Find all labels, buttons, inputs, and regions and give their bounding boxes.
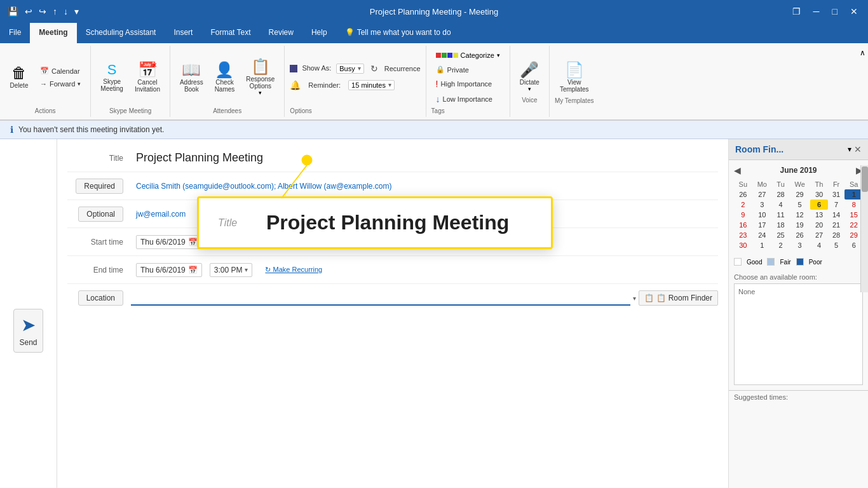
- save-icon[interactable]: 💾: [5, 5, 21, 18]
- calendar-day[interactable]: 18: [772, 220, 789, 230]
- dictate-button[interactable]: 🎤 Dictate ▾: [515, 59, 544, 95]
- calendar-day[interactable]: 4: [772, 200, 789, 210]
- start-date-input[interactable]: Thu 6/6/2019 📅: [136, 235, 202, 249]
- calendar-day[interactable]: 2: [772, 240, 789, 250]
- room-finder-expand[interactable]: ▾: [848, 145, 851, 154]
- room-panel-scrollbar[interactable]: [860, 165, 868, 292]
- required-button[interactable]: Required: [76, 179, 123, 194]
- calendar-day[interactable]: 27: [810, 230, 828, 240]
- low-importance-button[interactable]: ↓ Low Importance: [431, 92, 505, 106]
- room-none-item[interactable]: None: [737, 287, 860, 297]
- location-dropdown-arrow[interactable]: ▾: [630, 292, 639, 304]
- private-button[interactable]: 🔒 Private: [431, 64, 505, 76]
- end-date-input[interactable]: Thu 6/6/2019 📅: [136, 263, 202, 277]
- location-button[interactable]: Location: [78, 290, 123, 306]
- delete-button[interactable]: 🗑 Delete: [5, 62, 33, 92]
- calendar-day[interactable]: 6: [810, 200, 828, 210]
- calendar-day[interactable]: 10: [752, 210, 773, 220]
- calendar-day[interactable]: 13: [810, 210, 828, 220]
- forward-icon: →: [40, 80, 47, 88]
- tab-file[interactable]: File: [0, 23, 30, 43]
- calendar-day[interactable]: 2: [734, 200, 752, 210]
- attendees-items: 📖 AddressBook 👤 CheckNames 📋 ResponseOpt…: [175, 48, 279, 106]
- title-input[interactable]: [131, 149, 718, 167]
- skype-meeting-button[interactable]: S SkypeMeeting: [96, 60, 128, 95]
- calendar-day[interactable]: 3: [752, 200, 773, 210]
- tab-review[interactable]: Review: [260, 23, 302, 43]
- calendar-day[interactable]: 23: [734, 230, 752, 240]
- calendar-day[interactable]: 29: [789, 189, 810, 200]
- tab-insert[interactable]: Insert: [165, 23, 201, 43]
- calendar-day[interactable]: 14: [828, 210, 845, 220]
- tab-tell-me[interactable]: 💡Tell me what you want to do: [336, 23, 460, 43]
- location-input[interactable]: [131, 290, 630, 306]
- restore-button[interactable]: ❐: [787, 4, 806, 19]
- calendar-day[interactable]: 19: [789, 220, 810, 230]
- room-finder-button[interactable]: 📋 📋 Room Finder: [639, 290, 718, 306]
- calendar-day[interactable]: 17: [752, 220, 773, 230]
- calendar-day[interactable]: 26: [789, 230, 810, 240]
- move-up-icon[interactable]: ↑: [50, 5, 60, 18]
- tab-format-text[interactable]: Format Text: [201, 23, 259, 43]
- optional-attendees[interactable]: jw@email.com: [136, 210, 186, 219]
- calendar-day[interactable]: 4: [810, 240, 828, 250]
- redo-icon[interactable]: ↪: [36, 5, 49, 18]
- high-importance-button[interactable]: ! High Importance: [431, 77, 505, 91]
- ribbon-collapse-button[interactable]: ∧: [857, 46, 868, 60]
- calendar-day[interactable]: 9: [734, 210, 752, 220]
- categorize-button[interactable]: Categorize ▾: [431, 48, 505, 62]
- show-as-dropdown[interactable]: Busy ▾: [336, 64, 363, 74]
- forward-dropdown[interactable]: ▾: [78, 81, 81, 87]
- calendar-day[interactable]: 31: [828, 189, 845, 200]
- make-recurring-button[interactable]: ↻ Make Recurring: [260, 264, 327, 276]
- calendar-day[interactable]: 5: [828, 240, 845, 250]
- calendar-day[interactable]: 30: [734, 240, 752, 250]
- calendar-day[interactable]: 16: [734, 220, 752, 230]
- room-list[interactable]: None: [734, 283, 863, 385]
- move-down-icon[interactable]: ↓: [61, 5, 71, 18]
- calendar-day[interactable]: 26: [734, 189, 752, 200]
- calendar-day[interactable]: 20: [810, 220, 828, 230]
- ribbon-content: 🗑 Delete 📅 Calendar → Forward ▾ Actions: [0, 43, 868, 120]
- calendar-day[interactable]: 5: [789, 200, 810, 210]
- end-time-input[interactable]: 3:00 PM ▾: [210, 263, 253, 277]
- recurrence-button-icon[interactable]: ↻: [369, 62, 379, 75]
- tab-help[interactable]: Help: [302, 23, 336, 43]
- calendar-day[interactable]: 7: [828, 200, 845, 210]
- required-attendees[interactable]: Cecilia Smith (seamguide@outlook.com); A…: [136, 182, 392, 191]
- optional-button[interactable]: Optional: [78, 207, 123, 222]
- cancel-invitation-button[interactable]: 📅✕ CancelInvitation: [130, 59, 165, 96]
- tab-meeting[interactable]: Meeting: [30, 23, 76, 43]
- more-icon[interactable]: ▾: [72, 5, 81, 18]
- send-button[interactable]: ➤ Send: [13, 309, 43, 353]
- room-finder-close-button[interactable]: ✕: [854, 144, 862, 154]
- undo-icon[interactable]: ↩: [22, 5, 35, 18]
- response-options-button[interactable]: 📋 ResponseOptions ▾: [241, 56, 279, 99]
- calendar-day[interactable]: 30: [810, 189, 828, 200]
- calendar-day[interactable]: 27: [752, 189, 773, 200]
- calendar-prev-button[interactable]: ◀: [734, 165, 741, 175]
- calendar-day[interactable]: 11: [772, 210, 789, 220]
- calendar-button[interactable]: 📅 Calendar: [36, 65, 85, 77]
- forward-button[interactable]: → Forward ▾: [36, 78, 85, 90]
- response-options-dropdown: ▾: [259, 90, 262, 96]
- calendar-day[interactable]: 28: [828, 230, 845, 240]
- view-templates-button[interactable]: 📄 ViewTemplates: [555, 59, 593, 96]
- address-book-button[interactable]: 📖 AddressBook: [175, 59, 208, 96]
- calendar-day[interactable]: 24: [752, 230, 773, 240]
- check-names-button[interactable]: 👤 CheckNames: [210, 59, 240, 96]
- minimize-button[interactable]: ─: [808, 4, 825, 19]
- close-button[interactable]: ✕: [845, 4, 863, 19]
- calendar-day[interactable]: 28: [772, 189, 789, 200]
- end-time-arrow: ▾: [245, 266, 248, 273]
- maximize-button[interactable]: □: [827, 4, 843, 19]
- calendar-day[interactable]: 3: [789, 240, 810, 250]
- calendar-day[interactable]: 12: [789, 210, 810, 220]
- start-date-value: Thu 6/6/2019: [140, 238, 186, 247]
- reminder-dropdown[interactable]: 15 minutes ▾: [348, 80, 395, 90]
- tab-scheduling-assistant[interactable]: Scheduling Assistant: [77, 23, 165, 43]
- calendar-day[interactable]: 25: [772, 230, 789, 240]
- required-value: Cecilia Smith (seamguide@outlook.com); A…: [131, 179, 718, 193]
- calendar-day[interactable]: 1: [752, 240, 773, 250]
- calendar-day[interactable]: 21: [828, 220, 845, 230]
